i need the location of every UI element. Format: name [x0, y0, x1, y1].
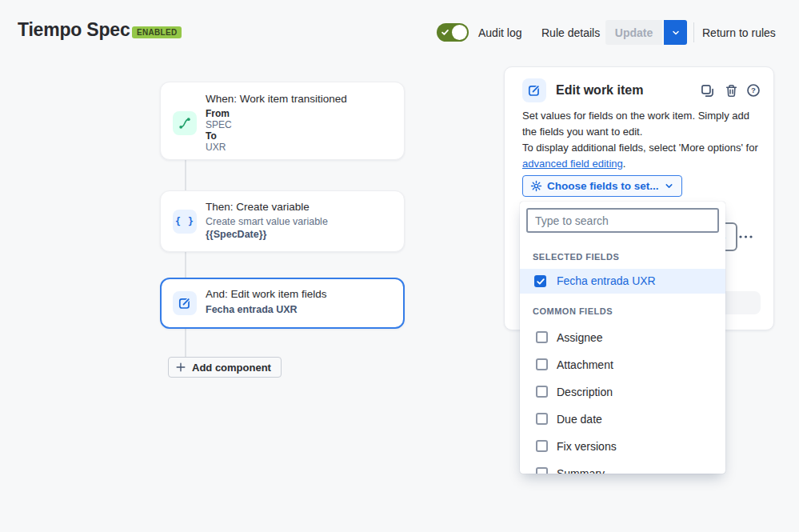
trigger-to-label: To [206, 130, 217, 142]
create-variable-card[interactable]: { } Then: Create variable Create smart v… [160, 190, 405, 252]
checkbox-unchecked[interactable] [536, 386, 548, 398]
trigger-from-value: SPEC [206, 119, 232, 130]
common-fields-heading: COMMON FIELDS [533, 306, 613, 316]
field-option-label: Summary [557, 460, 605, 474]
checkbox-unchecked[interactable] [536, 331, 548, 343]
add-component-label: Add component [192, 362, 271, 374]
field-option-label: Assignee [557, 324, 603, 351]
header-divider [693, 22, 694, 42]
checkbox-unchecked[interactable] [536, 467, 548, 474]
rule-enabled-toggle[interactable] [437, 23, 469, 42]
help-button[interactable]: ? [745, 82, 761, 98]
edit-card-title: And: Edit work item fields [206, 288, 327, 300]
rule-details-button[interactable]: Rule details [541, 26, 600, 39]
trigger-to-value: UXR [206, 142, 226, 153]
gear-icon [530, 180, 542, 192]
field-option-label: Fix versions [557, 433, 617, 460]
checkbox-checked[interactable] [534, 275, 546, 287]
chevron-down-icon [664, 181, 674, 191]
update-dropdown-button[interactable] [664, 20, 687, 45]
checkbox-unchecked[interactable] [536, 413, 548, 425]
trash-icon [725, 84, 738, 98]
field-option-row[interactable]: Due date [520, 406, 725, 433]
return-to-rules-link[interactable]: Return to rules [702, 26, 776, 39]
variable-card-subtitle: Create smart value variable [206, 216, 328, 227]
field-option-row[interactable]: Assignee [520, 324, 725, 351]
check-icon [537, 278, 545, 286]
field-option-label: Attachment [557, 351, 613, 378]
variable-card-title: Then: Create variable [206, 201, 310, 213]
panel-title: Edit work item [556, 83, 643, 98]
search-input[interactable] [526, 208, 719, 233]
panel-description: Set values for fields on the work item. … [522, 108, 758, 172]
toggle-knob [452, 25, 467, 40]
trigger-from-label: From [206, 108, 230, 119]
description-line: To display additional fields, select 'Mo… [522, 140, 758, 156]
page-title: Tiempo Spec [18, 19, 130, 41]
field-option-row[interactable]: Fix versions [520, 433, 725, 460]
choose-fields-button[interactable]: Choose fields to set... [522, 175, 682, 197]
field-option-label: Description [557, 378, 613, 406]
edit-work-item-card[interactable]: And: Edit work item fields Fecha entrada… [160, 278, 405, 329]
trigger-card-title: When: Work item transitioned [206, 93, 347, 105]
more-options-button[interactable] [738, 229, 753, 243]
checkbox-unchecked[interactable] [536, 358, 548, 370]
edit-card-subtitle: Fecha entrada UXR [206, 304, 298, 315]
update-button[interactable]: Update [605, 20, 662, 45]
delete-button[interactable] [723, 82, 739, 98]
field-option-row[interactable]: Summary [520, 460, 725, 474]
add-component-button[interactable]: Add component [168, 357, 282, 378]
checkbox-unchecked[interactable] [536, 440, 548, 452]
field-option-row[interactable]: Description [520, 378, 725, 406]
advanced-field-editing-link[interactable]: advanced field editing [522, 158, 623, 170]
copy-icon [701, 84, 714, 98]
description-line: the fields you want to edit. [522, 124, 758, 140]
question-icon: ? [746, 83, 761, 98]
field-option-row[interactable]: Attachment [520, 351, 725, 378]
choose-fields-label: Choose fields to set... [547, 180, 659, 192]
audit-log-button[interactable]: Audit log [478, 26, 521, 39]
chevron-down-icon [671, 28, 681, 38]
fields-dropdown: SELECTED FIELDS Fecha entrada UXR COMMON… [520, 202, 725, 474]
selected-field-label: Fecha entrada UXR [557, 269, 656, 294]
trigger-card[interactable]: When: Work item transitioned From SPEC T… [160, 82, 405, 160]
braces-icon: { } [173, 210, 197, 234]
selected-field-row[interactable]: Fecha entrada UXR [520, 269, 725, 294]
variable-card-name: {{SpecDate}} [206, 229, 266, 240]
duplicate-button[interactable] [699, 82, 715, 98]
ellipsis-icon [738, 234, 753, 240]
check-icon [441, 29, 449, 36]
field-option-label: Due date [557, 406, 602, 433]
edit-icon [173, 291, 197, 315]
selected-fields-heading: SELECTED FIELDS [533, 252, 619, 262]
svg-text:?: ? [751, 86, 756, 94]
transition-icon [173, 111, 197, 135]
plus-icon [175, 362, 186, 373]
status-badge: ENABLED [132, 26, 182, 38]
edit-icon [522, 78, 546, 102]
description-line: advanced field editing. [522, 156, 758, 172]
description-line: Set values for fields on the work item. … [522, 108, 758, 124]
